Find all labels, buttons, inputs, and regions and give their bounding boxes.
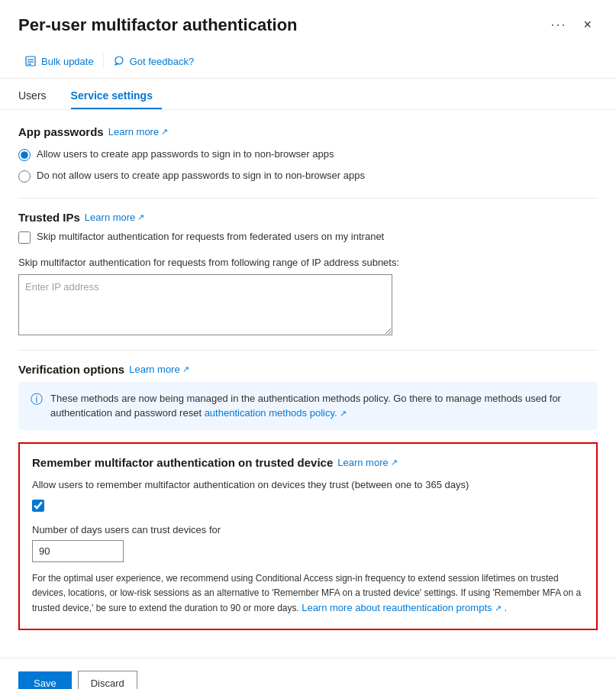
ip-input-label: Skip multifactor authentication for requ… <box>18 257 598 268</box>
trusted-ips-external-icon: ↗ <box>137 212 144 222</box>
separator-1 <box>18 198 598 199</box>
federated-users-checkbox[interactable] <box>18 231 31 244</box>
ellipsis-button[interactable]: ··· <box>546 15 571 34</box>
app-passwords-title: App passwords <box>18 125 104 138</box>
discard-button[interactable]: Discard <box>78 671 137 689</box>
remember-mfa-title: Remember multifactor authentication on t… <box>32 456 333 469</box>
header-actions: ··· × <box>546 15 598 34</box>
feedback-button[interactable]: Got feedback? <box>107 50 201 72</box>
info-icon: ⓘ <box>31 392 43 408</box>
feedback-label: Got feedback? <box>130 56 195 67</box>
disallow-app-passwords-radio[interactable] <box>18 170 31 183</box>
trusted-ips-title: Trusted IPs <box>18 211 80 224</box>
dialog: Per-user multifactor authentication ··· … <box>0 0 616 689</box>
allow-app-passwords-radio[interactable] <box>18 149 31 161</box>
days-input-label: Number of days users can trust devices f… <box>32 524 584 535</box>
bulk-update-label: Bulk update <box>41 56 94 67</box>
toolbar: Bulk update Got feedback? <box>0 44 616 79</box>
bulk-update-icon <box>24 55 37 67</box>
reauth-external-icon: ↗ <box>495 603 502 613</box>
allow-remember-checkbox-row <box>32 498 584 512</box>
verification-options-external-icon: ↗ <box>182 364 189 374</box>
allow-remember-label: Allow users to remember multifactor auth… <box>32 478 584 492</box>
disallow-app-passwords-label: Do not allow users to create app passwor… <box>37 169 365 183</box>
feedback-icon <box>113 55 125 67</box>
verification-options-info-box: ⓘ These methods are now being managed in… <box>18 382 598 430</box>
federated-users-checkbox-row: Skip multifactor authentication for requ… <box>18 230 598 244</box>
app-passwords-learn-more[interactable]: Learn more ↗ <box>108 126 168 137</box>
close-button[interactable]: × <box>577 15 598 34</box>
days-input[interactable] <box>32 540 124 562</box>
content: App passwords Learn more ↗ Allow users t… <box>0 110 616 658</box>
save-button[interactable]: Save <box>18 671 72 689</box>
days-input-section: Number of days users can trust devices f… <box>32 524 584 562</box>
remember-mfa-external-icon: ↗ <box>391 458 398 467</box>
tab-users[interactable]: Users <box>18 82 56 109</box>
trusted-ips-section-title: Trusted IPs Learn more ↗ <box>18 211 598 224</box>
ip-address-input[interactable] <box>18 274 392 335</box>
auth-policy-external-icon: ↗ <box>340 409 347 418</box>
allow-app-passwords-label: Allow users to create app passwords to s… <box>37 147 334 161</box>
footer: Save Discard <box>0 658 616 689</box>
allow-app-passwords-option[interactable]: Allow users to create app passwords to s… <box>18 147 598 161</box>
ip-input-section: Skip multifactor authentication for requ… <box>18 257 598 338</box>
tabs: Users Service settings <box>0 82 616 110</box>
bulk-update-button[interactable]: Bulk update <box>18 50 100 72</box>
verification-options-learn-more[interactable]: Learn more ↗ <box>129 364 189 375</box>
disallow-app-passwords-option[interactable]: Do not allow users to create app passwor… <box>18 169 598 183</box>
auth-methods-policy-link[interactable]: authentication methods policy. ↗ <box>205 407 347 419</box>
federated-users-label: Skip multifactor authentication for requ… <box>37 230 384 244</box>
app-passwords-external-icon: ↗ <box>161 127 168 137</box>
remember-mfa-learn-more[interactable]: Learn more ↗ <box>337 457 397 468</box>
verification-options-info-text: These methods are now being managed in t… <box>50 391 585 421</box>
remember-mfa-section: Remember multifactor authentication on t… <box>18 442 598 630</box>
recommend-text: For the optimal user experience, we reco… <box>32 571 584 616</box>
dialog-title: Per-user multifactor authentication <box>18 15 546 35</box>
verification-options-section-title: Verification options Learn more ↗ <box>18 363 598 376</box>
verification-options-title: Verification options <box>18 363 124 376</box>
separator-2 <box>18 350 598 351</box>
app-passwords-section-title: App passwords Learn more ↗ <box>18 125 598 138</box>
remember-mfa-title-row: Remember multifactor authentication on t… <box>32 456 584 469</box>
app-passwords-radio-group: Allow users to create app passwords to s… <box>18 147 598 183</box>
tab-service-settings[interactable]: Service settings <box>71 82 162 109</box>
allow-remember-checkbox[interactable] <box>32 500 44 512</box>
toolbar-divider <box>103 53 104 69</box>
reauth-learn-more-link[interactable]: Learn more about reauthentication prompt… <box>302 602 505 613</box>
trusted-ips-learn-more[interactable]: Learn more ↗ <box>85 212 144 223</box>
dialog-header: Per-user multifactor authentication ··· … <box>0 0 616 44</box>
